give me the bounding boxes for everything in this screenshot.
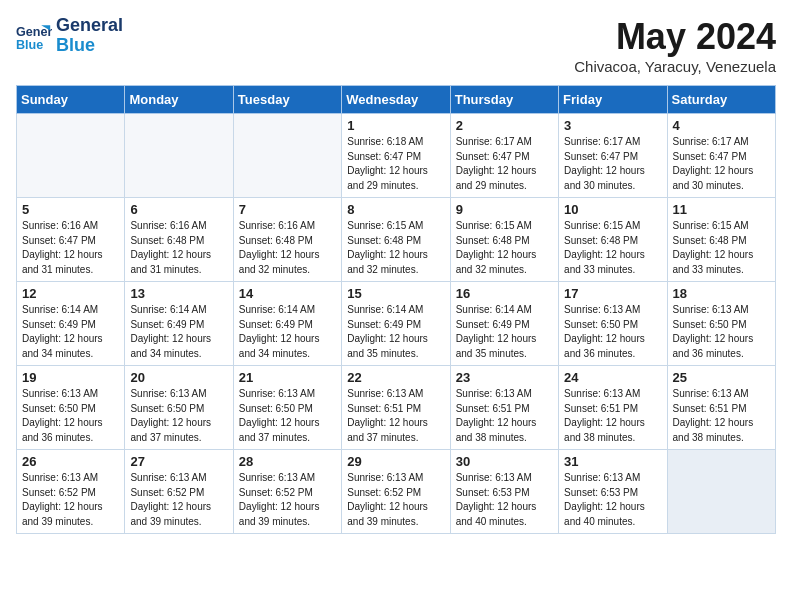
day-number: 3 xyxy=(564,118,661,133)
day-info: Sunrise: 6:15 AM Sunset: 6:48 PM Dayligh… xyxy=(564,219,661,277)
day-info: Sunrise: 6:13 AM Sunset: 6:52 PM Dayligh… xyxy=(239,471,336,529)
day-number: 6 xyxy=(130,202,227,217)
calendar-cell: 19Sunrise: 6:13 AM Sunset: 6:50 PM Dayli… xyxy=(17,366,125,450)
day-number: 13 xyxy=(130,286,227,301)
calendar-week-3: 12Sunrise: 6:14 AM Sunset: 6:49 PM Dayli… xyxy=(17,282,776,366)
calendar-week-2: 5Sunrise: 6:16 AM Sunset: 6:47 PM Daylig… xyxy=(17,198,776,282)
calendar-cell: 29Sunrise: 6:13 AM Sunset: 6:52 PM Dayli… xyxy=(342,450,450,534)
calendar-cell xyxy=(667,450,775,534)
day-number: 2 xyxy=(456,118,553,133)
calendar-cell: 6Sunrise: 6:16 AM Sunset: 6:48 PM Daylig… xyxy=(125,198,233,282)
calendar-cell: 17Sunrise: 6:13 AM Sunset: 6:50 PM Dayli… xyxy=(559,282,667,366)
calendar-header-row: SundayMondayTuesdayWednesdayThursdayFrid… xyxy=(17,86,776,114)
day-number: 26 xyxy=(22,454,119,469)
calendar-cell: 24Sunrise: 6:13 AM Sunset: 6:51 PM Dayli… xyxy=(559,366,667,450)
logo-icon: General Blue xyxy=(16,18,52,54)
day-info: Sunrise: 6:14 AM Sunset: 6:49 PM Dayligh… xyxy=(347,303,444,361)
day-number: 21 xyxy=(239,370,336,385)
calendar-cell: 20Sunrise: 6:13 AM Sunset: 6:50 PM Dayli… xyxy=(125,366,233,450)
day-info: Sunrise: 6:13 AM Sunset: 6:53 PM Dayligh… xyxy=(456,471,553,529)
calendar-cell: 28Sunrise: 6:13 AM Sunset: 6:52 PM Dayli… xyxy=(233,450,341,534)
calendar-table: SundayMondayTuesdayWednesdayThursdayFrid… xyxy=(16,85,776,534)
col-header-wednesday: Wednesday xyxy=(342,86,450,114)
day-number: 29 xyxy=(347,454,444,469)
day-number: 14 xyxy=(239,286,336,301)
calendar-cell xyxy=(125,114,233,198)
col-header-sunday: Sunday xyxy=(17,86,125,114)
calendar-cell: 7Sunrise: 6:16 AM Sunset: 6:48 PM Daylig… xyxy=(233,198,341,282)
day-info: Sunrise: 6:13 AM Sunset: 6:51 PM Dayligh… xyxy=(564,387,661,445)
day-number: 17 xyxy=(564,286,661,301)
day-number: 1 xyxy=(347,118,444,133)
logo-text-blue: Blue xyxy=(56,36,123,56)
calendar-cell: 4Sunrise: 6:17 AM Sunset: 6:47 PM Daylig… xyxy=(667,114,775,198)
day-info: Sunrise: 6:16 AM Sunset: 6:48 PM Dayligh… xyxy=(130,219,227,277)
day-info: Sunrise: 6:13 AM Sunset: 6:52 PM Dayligh… xyxy=(22,471,119,529)
day-number: 28 xyxy=(239,454,336,469)
col-header-monday: Monday xyxy=(125,86,233,114)
logo: General Blue General Blue xyxy=(16,16,123,56)
day-info: Sunrise: 6:17 AM Sunset: 6:47 PM Dayligh… xyxy=(673,135,770,193)
day-number: 30 xyxy=(456,454,553,469)
calendar-cell: 15Sunrise: 6:14 AM Sunset: 6:49 PM Dayli… xyxy=(342,282,450,366)
day-number: 20 xyxy=(130,370,227,385)
day-info: Sunrise: 6:14 AM Sunset: 6:49 PM Dayligh… xyxy=(456,303,553,361)
day-number: 7 xyxy=(239,202,336,217)
title-block: May 2024 Chivacoa, Yaracuy, Venezuela xyxy=(574,16,776,75)
day-number: 22 xyxy=(347,370,444,385)
day-info: Sunrise: 6:14 AM Sunset: 6:49 PM Dayligh… xyxy=(239,303,336,361)
day-info: Sunrise: 6:16 AM Sunset: 6:48 PM Dayligh… xyxy=(239,219,336,277)
day-number: 10 xyxy=(564,202,661,217)
location-subtitle: Chivacoa, Yaracuy, Venezuela xyxy=(574,58,776,75)
col-header-friday: Friday xyxy=(559,86,667,114)
day-info: Sunrise: 6:13 AM Sunset: 6:50 PM Dayligh… xyxy=(564,303,661,361)
day-number: 4 xyxy=(673,118,770,133)
calendar-cell: 30Sunrise: 6:13 AM Sunset: 6:53 PM Dayli… xyxy=(450,450,558,534)
day-number: 12 xyxy=(22,286,119,301)
day-number: 8 xyxy=(347,202,444,217)
calendar-cell: 23Sunrise: 6:13 AM Sunset: 6:51 PM Dayli… xyxy=(450,366,558,450)
day-number: 23 xyxy=(456,370,553,385)
day-info: Sunrise: 6:15 AM Sunset: 6:48 PM Dayligh… xyxy=(347,219,444,277)
calendar-cell: 10Sunrise: 6:15 AM Sunset: 6:48 PM Dayli… xyxy=(559,198,667,282)
day-number: 27 xyxy=(130,454,227,469)
calendar-cell: 27Sunrise: 6:13 AM Sunset: 6:52 PM Dayli… xyxy=(125,450,233,534)
calendar-cell: 5Sunrise: 6:16 AM Sunset: 6:47 PM Daylig… xyxy=(17,198,125,282)
day-info: Sunrise: 6:13 AM Sunset: 6:50 PM Dayligh… xyxy=(239,387,336,445)
day-info: Sunrise: 6:13 AM Sunset: 6:53 PM Dayligh… xyxy=(564,471,661,529)
calendar-body: 1Sunrise: 6:18 AM Sunset: 6:47 PM Daylig… xyxy=(17,114,776,534)
day-number: 24 xyxy=(564,370,661,385)
calendar-cell: 16Sunrise: 6:14 AM Sunset: 6:49 PM Dayli… xyxy=(450,282,558,366)
calendar-cell: 9Sunrise: 6:15 AM Sunset: 6:48 PM Daylig… xyxy=(450,198,558,282)
calendar-cell xyxy=(233,114,341,198)
calendar-cell: 8Sunrise: 6:15 AM Sunset: 6:48 PM Daylig… xyxy=(342,198,450,282)
day-number: 16 xyxy=(456,286,553,301)
day-info: Sunrise: 6:15 AM Sunset: 6:48 PM Dayligh… xyxy=(673,219,770,277)
day-info: Sunrise: 6:16 AM Sunset: 6:47 PM Dayligh… xyxy=(22,219,119,277)
day-info: Sunrise: 6:13 AM Sunset: 6:50 PM Dayligh… xyxy=(673,303,770,361)
col-header-tuesday: Tuesday xyxy=(233,86,341,114)
day-info: Sunrise: 6:13 AM Sunset: 6:52 PM Dayligh… xyxy=(347,471,444,529)
day-number: 31 xyxy=(564,454,661,469)
calendar-cell: 21Sunrise: 6:13 AM Sunset: 6:50 PM Dayli… xyxy=(233,366,341,450)
calendar-cell: 13Sunrise: 6:14 AM Sunset: 6:49 PM Dayli… xyxy=(125,282,233,366)
day-info: Sunrise: 6:13 AM Sunset: 6:50 PM Dayligh… xyxy=(130,387,227,445)
calendar-cell xyxy=(17,114,125,198)
day-info: Sunrise: 6:13 AM Sunset: 6:51 PM Dayligh… xyxy=(347,387,444,445)
calendar-cell: 31Sunrise: 6:13 AM Sunset: 6:53 PM Dayli… xyxy=(559,450,667,534)
day-number: 5 xyxy=(22,202,119,217)
col-header-saturday: Saturday xyxy=(667,86,775,114)
day-info: Sunrise: 6:14 AM Sunset: 6:49 PM Dayligh… xyxy=(130,303,227,361)
day-info: Sunrise: 6:13 AM Sunset: 6:51 PM Dayligh… xyxy=(456,387,553,445)
logo-text-general: General xyxy=(56,16,123,36)
calendar-week-5: 26Sunrise: 6:13 AM Sunset: 6:52 PM Dayli… xyxy=(17,450,776,534)
svg-text:Blue: Blue xyxy=(16,37,43,51)
page-header: General Blue General Blue May 2024 Chiva… xyxy=(16,16,776,75)
calendar-week-4: 19Sunrise: 6:13 AM Sunset: 6:50 PM Dayli… xyxy=(17,366,776,450)
day-info: Sunrise: 6:18 AM Sunset: 6:47 PM Dayligh… xyxy=(347,135,444,193)
day-info: Sunrise: 6:13 AM Sunset: 6:50 PM Dayligh… xyxy=(22,387,119,445)
calendar-cell: 26Sunrise: 6:13 AM Sunset: 6:52 PM Dayli… xyxy=(17,450,125,534)
calendar-cell: 18Sunrise: 6:13 AM Sunset: 6:50 PM Dayli… xyxy=(667,282,775,366)
day-info: Sunrise: 6:13 AM Sunset: 6:52 PM Dayligh… xyxy=(130,471,227,529)
calendar-cell: 2Sunrise: 6:17 AM Sunset: 6:47 PM Daylig… xyxy=(450,114,558,198)
